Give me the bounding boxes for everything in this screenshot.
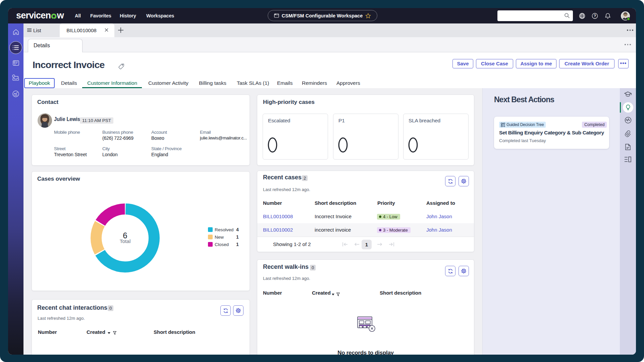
svg-text:?: ? <box>594 14 596 18</box>
